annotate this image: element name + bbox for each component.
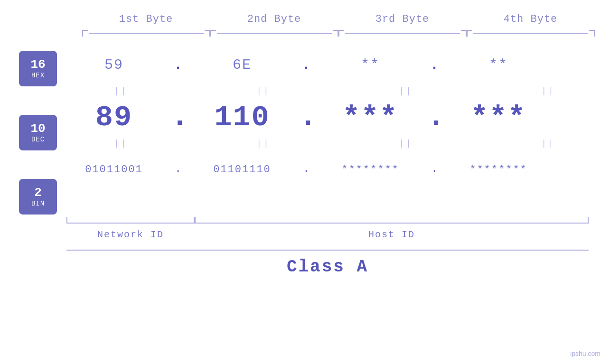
bin-row: 01011001 . 01101110 . ******** . *******… <box>57 150 610 188</box>
sep-row-1: || || || || <box>57 84 610 98</box>
class-label: Class A <box>66 257 589 277</box>
bottom-brackets <box>66 217 589 224</box>
sep2-b1: || <box>57 139 185 148</box>
main-container: 1st Byte 2nd Byte 3rd Byte 4th Byte <box>0 0 610 364</box>
hex-b1: 59 <box>57 57 171 73</box>
sep1-b4: || <box>484 86 610 96</box>
badges-column: 16 HEX 10 DEC 2 BIN <box>19 46 57 215</box>
host-id-label: Host ID <box>195 229 589 240</box>
dec-badge-label: DEC <box>31 136 45 143</box>
values-grid: 59 . 6E . ** . ** || || || || 89 <box>57 46 610 215</box>
bin-b2: 01101110 <box>185 164 299 176</box>
dec-row: 89 . 110 . *** . *** <box>57 98 610 136</box>
bin-badge-label: BIN <box>31 200 45 207</box>
hex-badge-label: HEX <box>31 72 45 79</box>
hex-b4: ** <box>441 57 555 73</box>
bin-b3: ******** <box>313 164 427 176</box>
content-area: 16 HEX 10 DEC 2 BIN 59 . 6E . ** . ** <box>0 46 610 215</box>
dec-b4: *** <box>441 101 555 134</box>
bin-b1: 01011001 <box>57 164 171 176</box>
bracket-2 <box>210 30 338 37</box>
watermark: ipshu.com <box>570 350 601 357</box>
sep2-b3: || <box>342 139 470 148</box>
dec-dot1: . <box>171 103 185 132</box>
hex-b3: ** <box>313 57 427 73</box>
hex-dot1: . <box>171 58 185 72</box>
bracket-3 <box>338 30 467 37</box>
sep2-b4: || <box>484 139 610 148</box>
dec-b2: 110 <box>185 101 299 134</box>
bracket-4 <box>467 30 595 37</box>
bin-dot1: . <box>171 164 185 175</box>
class-line <box>66 250 589 251</box>
hex-dot2: . <box>299 58 313 72</box>
dec-b3: *** <box>313 101 427 134</box>
net-bracket <box>66 217 195 224</box>
dec-badge: 10 DEC <box>19 115 57 150</box>
byte2-header: 2nd Byte <box>210 13 338 25</box>
bottom-area: Network ID Host ID <box>0 217 610 240</box>
hex-badge-num: 16 <box>30 58 45 72</box>
bin-dot3: . <box>427 164 441 175</box>
id-labels: Network ID Host ID <box>66 229 589 240</box>
hex-badge: 16 HEX <box>19 51 57 86</box>
bin-badge: 2 BIN <box>19 179 57 215</box>
bin-b4: ******** <box>441 164 555 176</box>
top-brackets <box>0 30 610 37</box>
byte3-header: 3rd Byte <box>338 13 467 25</box>
host-bracket <box>195 217 589 224</box>
class-bar: Class A <box>0 250 610 277</box>
hex-b2: 6E <box>185 57 299 73</box>
dec-dot3: . <box>427 103 441 132</box>
sep2-b2: || <box>199 139 328 148</box>
bin-badge-num: 2 <box>34 186 42 200</box>
byte1-header: 1st Byte <box>82 13 210 25</box>
byte4-header: 4th Byte <box>467 13 595 25</box>
bin-dot2: . <box>299 164 313 175</box>
network-id-label: Network ID <box>66 229 195 240</box>
sep1-b3: || <box>342 86 470 96</box>
hex-row: 59 . 6E . ** . ** <box>57 46 610 84</box>
hex-dot3: . <box>427 58 441 72</box>
sep-row-2: || || || || <box>57 136 610 150</box>
bracket-1 <box>82 30 210 37</box>
sep1-b2: || <box>199 86 328 96</box>
byte-headers: 1st Byte 2nd Byte 3rd Byte 4th Byte <box>0 0 610 25</box>
dec-badge-num: 10 <box>30 122 45 136</box>
dec-b1: 89 <box>57 101 171 134</box>
sep1-b1: || <box>57 86 185 96</box>
dec-dot2: . <box>299 103 313 132</box>
